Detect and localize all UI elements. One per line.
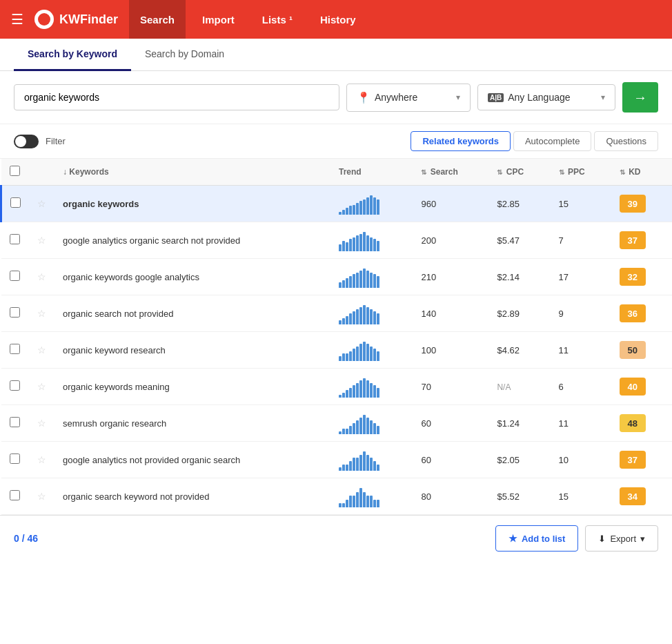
row-search-cell: 200 (413, 222, 488, 259)
row-ppc-cell: 9 (551, 295, 611, 332)
row-star-cell: ☆ (29, 295, 55, 332)
trend-bar (349, 426, 352, 434)
language-dropdown[interactable]: A|B Any Language ▾ (477, 84, 615, 110)
row-checkbox[interactable] (10, 307, 20, 318)
table-row: ☆ organic search not provided 140 $2.89 … (1, 295, 673, 332)
nav-import[interactable]: Import (191, 0, 246, 39)
search-button[interactable]: → (622, 82, 658, 113)
keyword-text: organic search keyword not provided (63, 491, 209, 502)
trend-bar (353, 311, 355, 324)
kd-badge: 32 (620, 268, 646, 286)
row-checkbox[interactable] (10, 417, 20, 427)
row-star-cell: ☆ (29, 369, 55, 405)
logo-circle (34, 10, 54, 29)
favorite-star[interactable]: ☆ (37, 235, 46, 246)
col-search[interactable]: ⇅ Search (413, 159, 488, 186)
row-cpc-cell: $5.47 (488, 222, 550, 259)
trend-bar (342, 280, 345, 288)
favorite-star[interactable]: ☆ (37, 491, 46, 502)
row-checkbox-cell (1, 186, 30, 222)
trend-bar (377, 241, 379, 251)
row-star-cell: ☆ (29, 186, 55, 222)
footer: 0 / 46 ★ Add to list ⬇ Export ▾ (0, 515, 672, 561)
row-checkbox[interactable] (10, 344, 20, 354)
header: ☰ KWFinder Search Import Lists ¹ History (0, 0, 672, 39)
trend-bar (359, 271, 362, 288)
favorite-star[interactable]: ☆ (37, 454, 46, 465)
keyword-text: organic keywords (63, 199, 139, 209)
export-button[interactable]: ⬇ Export ▾ (585, 525, 658, 552)
row-checkbox[interactable] (10, 271, 20, 281)
filter-tab-autocomplete[interactable]: Autocomplete (513, 131, 592, 151)
trend-bar (370, 347, 373, 361)
row-keyword-cell: organic keywords (55, 186, 330, 222)
trend-bar (353, 458, 355, 471)
row-ppc-cell: 15 (551, 186, 611, 222)
row-checkbox[interactable] (10, 490, 20, 500)
trend-bar (363, 378, 366, 398)
row-checkbox-cell (1, 405, 30, 442)
trend-bar (359, 307, 362, 324)
favorite-star[interactable]: ☆ (37, 381, 46, 392)
favorite-star[interactable]: ☆ (37, 418, 46, 429)
row-cpc-cell: $2.89 (488, 295, 550, 332)
row-checkbox[interactable] (10, 453, 20, 464)
row-star-cell: ☆ (29, 259, 55, 295)
row-checkbox-cell (1, 442, 30, 478)
keyword-input[interactable] (14, 84, 339, 110)
favorite-star[interactable]: ☆ (37, 271, 46, 282)
select-all-checkbox[interactable] (10, 166, 20, 176)
result-count: 0 / 46 (14, 533, 38, 544)
row-ppc-cell: 17 (551, 259, 611, 295)
nav-lists[interactable]: Lists ¹ (251, 0, 304, 39)
tab-keyword[interactable]: Search by Keyword (14, 39, 131, 71)
col-kd[interactable]: ⇅ KD (611, 159, 672, 186)
trend-bar (373, 500, 376, 507)
trend-bar (346, 208, 348, 215)
results-table-container: ↓ Keywords Trend ⇅ Search ⇅ CPC ⇅ PPC (0, 159, 672, 515)
row-cpc-cell: $4.62 (488, 332, 550, 369)
favorite-star[interactable]: ☆ (37, 198, 46, 209)
menu-icon[interactable]: ☰ (11, 11, 23, 28)
trend-bar (353, 423, 355, 434)
trend-bar (356, 273, 359, 288)
col-keywords[interactable]: ↓ Keywords (55, 159, 330, 186)
row-ppc-cell: 11 (551, 405, 611, 442)
row-search-cell: 80 (413, 478, 488, 515)
trend-bar (349, 388, 352, 398)
filter-tab-related[interactable]: Related keywords (411, 131, 511, 151)
trend-bar (377, 276, 379, 288)
trend-bar (339, 356, 342, 361)
row-checkbox-cell (1, 478, 30, 515)
filter-tab-questions[interactable]: Questions (594, 131, 658, 151)
filter-left: Filter (14, 135, 66, 148)
add-to-list-button[interactable]: ★ Add to list (495, 525, 579, 552)
nav-history[interactable]: History (309, 0, 367, 39)
trend-bar (342, 429, 345, 434)
trend-bar (356, 458, 359, 471)
location-dropdown[interactable]: 📍 Anywhere ▾ (346, 84, 471, 112)
trend-bar (359, 344, 362, 361)
favorite-star[interactable]: ☆ (37, 308, 46, 319)
trend-bar (353, 385, 355, 398)
trend-bar (353, 274, 355, 288)
row-checkbox-cell (1, 222, 30, 259)
trend-chart (339, 485, 380, 507)
nav-search[interactable]: Search (129, 0, 186, 39)
col-cpc[interactable]: ⇅ CPC (488, 159, 550, 186)
row-checkbox[interactable] (10, 380, 20, 391)
row-checkbox[interactable] (10, 197, 21, 208)
trend-bar (346, 429, 348, 434)
col-ppc[interactable]: ⇅ PPC (551, 159, 611, 186)
ppc-value: 7 (559, 235, 564, 246)
filter-toggle[interactable] (14, 135, 39, 148)
favorite-star[interactable]: ☆ (37, 344, 46, 355)
row-checkbox[interactable] (10, 234, 20, 244)
tab-domain[interactable]: Search by Domain (131, 39, 238, 71)
cpc-value: $5.47 (497, 235, 520, 246)
trend-bar (370, 496, 373, 507)
ppc-value: 17 (559, 272, 569, 282)
trend-bar (339, 503, 342, 507)
row-star-cell: ☆ (29, 222, 55, 259)
table-row: ☆ organic search keyword not provided 80… (1, 478, 673, 515)
